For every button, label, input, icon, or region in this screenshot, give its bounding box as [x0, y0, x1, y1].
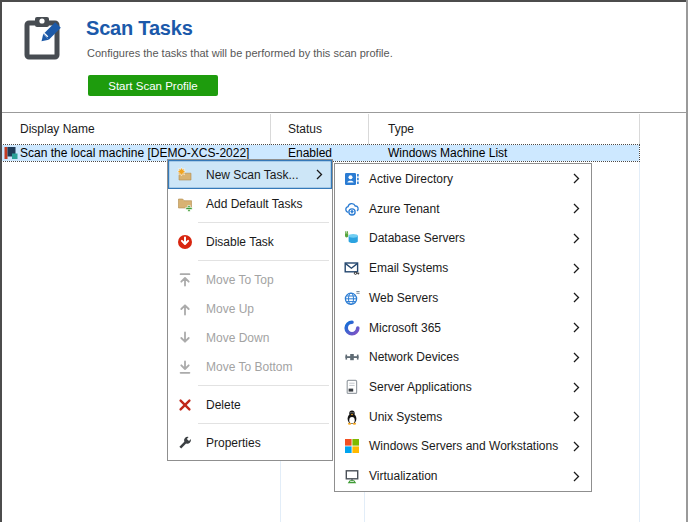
- windows-machine-list-icon: [4, 146, 18, 160]
- menu-item-label: Properties: [206, 436, 261, 450]
- submenu-chevron-icon: [573, 292, 580, 303]
- menu-item-label: Add Default Tasks: [206, 197, 303, 211]
- disable-task-icon: [177, 234, 193, 250]
- clipboard-pencil-icon: [21, 14, 67, 62]
- menu-item-virtualization[interactable]: Virtualization: [335, 461, 591, 491]
- menu-separator: [168, 218, 332, 227]
- submenu-chevron-icon: [573, 441, 580, 452]
- submenu-chevron-icon: [573, 352, 580, 363]
- page-subtitle: Configures the tasks that will be perfor…: [87, 47, 393, 59]
- menu-item-web-servers[interactable]: Web Servers: [335, 283, 591, 313]
- menu-item-email-systems[interactable]: Email Systems: [335, 253, 591, 283]
- column-header-type[interactable]: Type: [388, 113, 414, 145]
- menu-item-move-to-top: Move To Top: [168, 265, 332, 294]
- column-divider: [270, 114, 271, 145]
- context-menu: New Scan Task... Add Default Tasks Disab…: [167, 159, 333, 461]
- menu-item-label: Unix Systems: [369, 410, 442, 424]
- azure-tenant-icon: [344, 201, 360, 217]
- menu-item-label: Email Systems: [369, 261, 448, 275]
- menu-item-label: Move To Top: [206, 273, 274, 287]
- properties-icon: [177, 435, 193, 451]
- menu-item-label: Database Servers: [369, 231, 465, 245]
- menu-separator: [168, 419, 332, 428]
- column-divider: [639, 114, 640, 145]
- database-servers-icon: [344, 230, 360, 246]
- menu-item-windows-servers-and-workstations[interactable]: Windows Servers and Workstations: [335, 432, 591, 462]
- column-header-status[interactable]: Status: [288, 113, 322, 145]
- web-servers-icon: [344, 290, 360, 306]
- menu-item-disable-task[interactable]: Disable Task: [168, 227, 332, 256]
- grid-header: Display Name Status Type: [0, 112, 688, 146]
- menu-item-network-devices[interactable]: Network Devices: [335, 342, 591, 372]
- menu-item-label: Move Down: [206, 331, 269, 345]
- active-directory-icon: [344, 171, 360, 187]
- submenu-chevron-icon: [573, 263, 580, 274]
- start-scan-profile-button[interactable]: Start Scan Profile: [88, 75, 218, 96]
- column-divider: [368, 114, 369, 145]
- windows-servers-icon: [344, 438, 360, 454]
- network-devices-icon: [344, 349, 360, 365]
- menu-item-add-default-tasks[interactable]: Add Default Tasks: [168, 189, 332, 218]
- menu-item-properties[interactable]: Properties: [168, 428, 332, 457]
- virtualization-icon: [344, 468, 360, 484]
- menu-item-move-up: Move Up: [168, 294, 332, 323]
- menu-item-label: Active Directory: [369, 172, 453, 186]
- page-title: Scan Tasks: [86, 17, 193, 40]
- window-border: [0, 0, 688, 2]
- menu-item-label: Server Applications: [369, 380, 472, 394]
- move-to-top-icon: [177, 272, 193, 288]
- submenu-chevron-icon: [573, 322, 580, 333]
- move-down-icon: [177, 330, 193, 346]
- scan-tasks-panel: Scan Tasks Configures the tasks that wil…: [0, 0, 688, 522]
- submenu-chevron-icon: [316, 169, 323, 180]
- submenu-chevron-icon: [573, 173, 580, 184]
- add-default-tasks-icon: [177, 196, 193, 212]
- delete-icon: [177, 397, 193, 413]
- menu-item-delete[interactable]: Delete: [168, 390, 332, 419]
- column-header-display-name[interactable]: Display Name: [20, 113, 95, 145]
- menu-item-label: Microsoft 365: [369, 321, 441, 335]
- menu-item-database-servers[interactable]: Database Servers: [335, 223, 591, 253]
- menu-separator: [168, 256, 332, 265]
- window-border: [0, 0, 2, 522]
- menu-item-label: Virtualization: [369, 469, 437, 483]
- server-applications-icon: [344, 379, 360, 395]
- menu-item-label: Disable Task: [206, 235, 274, 249]
- submenu-chevron-icon: [573, 471, 580, 482]
- submenu-chevron-icon: [573, 382, 580, 393]
- email-systems-icon: [344, 260, 360, 276]
- menu-item-label: Move To Bottom: [206, 360, 292, 374]
- menu-item-move-down: Move Down: [168, 323, 332, 352]
- move-up-icon: [177, 301, 193, 317]
- menu-separator: [168, 381, 332, 390]
- menu-item-active-directory[interactable]: Active Directory: [335, 164, 591, 194]
- menu-item-move-to-bottom: Move To Bottom: [168, 352, 332, 381]
- row-type: Windows Machine List: [388, 145, 507, 161]
- menu-item-unix-systems[interactable]: Unix Systems: [335, 402, 591, 432]
- grid-line: [639, 162, 640, 522]
- menu-item-label: Azure Tenant: [369, 202, 440, 216]
- unix-systems-icon: [344, 409, 360, 425]
- menu-item-label: Delete: [206, 398, 241, 412]
- microsoft-365-icon: [344, 320, 360, 336]
- submenu-chevron-icon: [573, 233, 580, 244]
- new-scan-task-submenu: Active Directory Azure Tenant Database S…: [334, 163, 592, 492]
- menu-item-new-scan-task[interactable]: New Scan Task...: [168, 160, 332, 189]
- menu-item-label: Web Servers: [369, 291, 438, 305]
- menu-item-label: Move Up: [206, 302, 254, 316]
- new-scan-task-icon: [177, 167, 193, 183]
- menu-item-server-applications[interactable]: Server Applications: [335, 372, 591, 402]
- menu-item-label: New Scan Task...: [206, 168, 298, 182]
- menu-item-label: Network Devices: [369, 350, 459, 364]
- menu-item-microsoft-365[interactable]: Microsoft 365: [335, 313, 591, 343]
- move-to-bottom-icon: [177, 359, 193, 375]
- menu-item-azure-tenant[interactable]: Azure Tenant: [335, 194, 591, 224]
- submenu-chevron-icon: [573, 203, 580, 214]
- menu-item-label: Windows Servers and Workstations: [369, 439, 558, 453]
- submenu-chevron-icon: [573, 411, 580, 422]
